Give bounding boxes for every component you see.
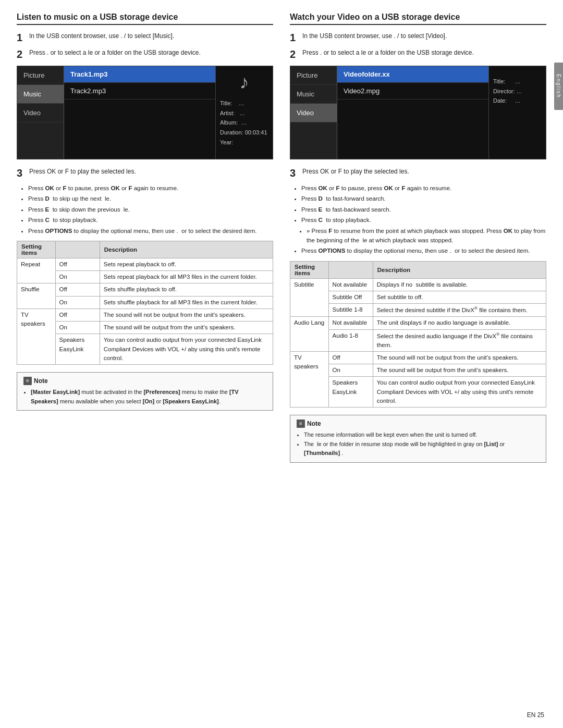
setting-repeat-on: On: [55, 271, 100, 283]
right-usb-nav-picture: Picture: [290, 66, 337, 85]
left-note-box: ≡ Note [Master EasyLink] must be activat…: [17, 372, 273, 411]
track-artist-label: Artist: …: [220, 108, 268, 118]
left-usb-nav: Picture Music Video: [17, 66, 64, 159]
table-row: Subtitle Off Set subtitle to off.: [290, 291, 546, 303]
note-icon: ≡: [23, 377, 32, 385]
step-num-2: 2: [17, 48, 26, 60]
setting-subtitle-not-available: Not available: [328, 278, 373, 291]
page: English Listen to music on a USB storage…: [0, 0, 563, 728]
track-title-label: Title: …: [220, 98, 268, 108]
right-step-text-3: Press OK or F to play the selected les.: [302, 167, 409, 176]
right-step-num-2: 2: [290, 48, 299, 60]
step-num-3: 3: [17, 167, 26, 179]
right-note-icon: ≡: [297, 419, 305, 428]
usb-nav-music: Music: [17, 85, 64, 104]
right-step-2: 2 Press . or to select a le or a folder …: [290, 48, 546, 60]
left-step-1: 1 In the USB content browser, use . / to…: [17, 31, 273, 44]
right-usb-video-2: Video2.mpg: [337, 83, 488, 100]
table-row: TV speakers Off The sound will not be ou…: [290, 351, 546, 364]
table-row: TV speakers Off The sound will not be ou…: [17, 309, 273, 321]
right-note-title: ≡ Note: [297, 419, 540, 428]
setting-tv-speakers: TV speakers: [17, 309, 56, 364]
setting-tv-speakers-easylink-desc: You can control audio output from your c…: [100, 334, 273, 365]
table-row: On The sound will be output from the uni…: [290, 364, 546, 377]
setting-shuffle-off-desc: Sets shuffle playback to off.: [100, 283, 273, 296]
setting-subtitle-1-8: Subtitle 1-8: [328, 304, 373, 317]
right-note-list: The resume information will be kept even…: [304, 430, 540, 458]
setting-right-tv-off-desc: The sound will not be output from the un…: [373, 351, 546, 364]
right-note-item-2: The le or the folder in resume stop mode…: [304, 440, 540, 458]
left-substeps: Press OK or F to pause, press OK or F ag…: [28, 183, 273, 236]
track-year-label: Year:: [220, 138, 268, 147]
right-usb-nav-music: Music: [290, 85, 337, 104]
right-table-header-val: [328, 261, 373, 278]
right-substep-1: Press OK or F to pause, press OK or F ag…: [301, 183, 546, 193]
table-row: On Sets shuffle playback for all MP3 fil…: [17, 296, 273, 309]
language-tab: English: [554, 63, 563, 110]
setting-right-tv-on-desc: The sound will be output from the unit's…: [373, 364, 546, 377]
table-row: Audio 1-8 Select the desired audio langu…: [290, 329, 546, 351]
table-row: Speakers EasyLink You can control audio …: [17, 334, 273, 365]
usb-nav-picture: Picture: [17, 66, 64, 85]
setting-subtitle-off-desc: Set subtitle to off.: [373, 291, 546, 303]
setting-tv-speakers-off: Off: [55, 309, 100, 321]
step-num-1: 1: [17, 31, 26, 44]
left-step-3: 3 Press OK or F to play the selected les…: [17, 167, 273, 179]
setting-right-tv-easylink: Speakers EasyLink: [328, 377, 373, 408]
table-row: Shuffle Off Sets shuffle playback to off…: [17, 283, 273, 296]
right-substep-arrow: » Press F to resume from the point at wh…: [307, 226, 546, 245]
right-table-header-items: Setting items: [290, 261, 329, 278]
right-note-box: ≡ Note The resume information will be ke…: [290, 415, 546, 463]
left-usb-tracklist: Track1.mp3 Track2.mp3: [64, 66, 215, 159]
table-row: Audio Lang Not available The unit displa…: [290, 317, 546, 329]
left-note-item-1: [Master EasyLink] must be activated in t…: [31, 388, 266, 406]
right-step-text-2: Press . or to select a le or a folder on…: [302, 48, 474, 57]
left-column: Listen to music on a USB storage device …: [17, 13, 273, 463]
right-step-3: 3 Press OK or F to play the selected les…: [290, 167, 546, 179]
setting-subtitle: Subtitle: [290, 278, 329, 317]
right-note-item-1: The resume information will be kept even…: [304, 430, 540, 440]
setting-right-tv-off: Off: [328, 351, 373, 364]
setting-right-tv-on: On: [328, 364, 373, 377]
left-usb-browser: Picture Music Video Track1.mp3 Track2.mp…: [17, 66, 273, 159]
usb-nav-video: Video: [17, 104, 64, 122]
left-setting-table: Setting items Description Repeat Off Set…: [17, 241, 273, 365]
right-substep-3: Press E to fast-backward search.: [301, 205, 546, 214]
video-date-label: Date: …: [493, 96, 542, 106]
setting-repeat: Repeat: [17, 258, 56, 283]
left-table-header-items: Setting items: [17, 241, 56, 258]
right-step-1: 1 In the USB content browser, use . / to…: [290, 31, 546, 44]
table-row: Subtitle 1-8 Select the desired subtitle…: [290, 304, 546, 317]
right-usb-tracklist: Videofolder.xx Video2.mpg: [337, 66, 488, 159]
right-table-header-desc: Description: [373, 261, 546, 278]
right-usb-nav: Picture Music Video: [290, 66, 337, 159]
setting-tv-speakers-on: On: [55, 322, 100, 334]
usb-track-2: Track2.mp3: [64, 83, 215, 100]
video-title-label: Title: …: [493, 77, 542, 87]
right-usb-info: Title: … Director: … Date: …: [488, 66, 546, 159]
table-row: Speakers EasyLink You can control audio …: [290, 377, 546, 408]
setting-repeat-on-desc: Sets repeat playback for all MP3 files i…: [100, 271, 273, 283]
table-row: On Sets repeat playback for all MP3 file…: [17, 271, 273, 283]
step-text-1: In the USB content browser, use . / to s…: [29, 31, 174, 41]
step-text-2: Press . or to select a le or a folder on…: [29, 48, 201, 57]
setting-right-tv-easylink-desc: You can control audio output from your c…: [373, 377, 546, 408]
setting-shuffle-on: On: [55, 296, 100, 309]
setting-repeat-off: Off: [55, 258, 100, 270]
substep-1: Press OK or F to pause, press OK or F ag…: [28, 183, 273, 193]
left-note-title: ≡ Note: [23, 377, 266, 385]
setting-subtitle-off: Subtitle Off: [328, 291, 373, 303]
page-number: EN 25: [527, 711, 544, 719]
substep-3: Press E to skip down the previous le.: [28, 205, 273, 214]
setting-subtitle-1-8-desc: Select the desired subtitle if the DivX®…: [373, 304, 546, 317]
track-album-label: Album: …: [220, 118, 268, 128]
usb-track-1: Track1.mp3: [64, 66, 215, 83]
left-usb-info: ♪ Title: … Artist: … Album: … Duration: …: [215, 66, 273, 159]
right-setting-table: Setting items Description Subtitle Not a…: [290, 261, 546, 408]
right-substep-4: Press C to stop playback. » Press F to r…: [301, 215, 546, 245]
two-column-layout: Listen to music on a USB storage device …: [17, 13, 546, 463]
right-column: Watch your Video on a USB storage device…: [290, 13, 546, 463]
left-step-2: 2 Press . or to select a le or a folder …: [17, 48, 273, 60]
right-usb-meta: Title: … Director: … Date: …: [493, 77, 542, 106]
right-section-title: Watch your Video on a USB storage device: [290, 13, 546, 25]
